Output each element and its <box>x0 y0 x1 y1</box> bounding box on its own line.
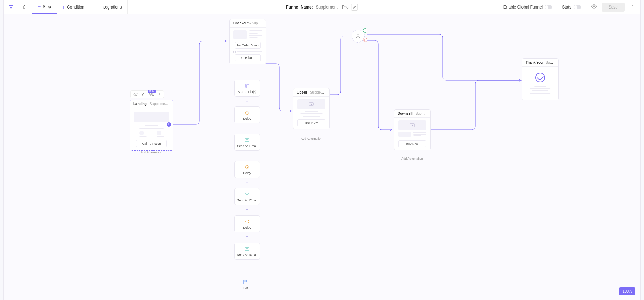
text-placeholder <box>526 86 555 94</box>
app-logo[interactable] <box>4 0 18 14</box>
add-node-button[interactable]: + <box>245 235 249 238</box>
buy-now-button[interactable]: Buy Now <box>297 119 326 126</box>
back-button[interactable] <box>18 0 32 14</box>
svg-point-11 <box>356 37 357 38</box>
card-body: Buy Now <box>394 118 430 150</box>
exit-label: Exit <box>243 286 248 290</box>
send-email-card[interactable]: Send An Email <box>234 134 260 151</box>
add-node-button[interactable]: + <box>245 153 249 157</box>
add-node-button[interactable]: + <box>245 72 249 76</box>
add-automation-link[interactable]: Add Automation <box>136 151 166 154</box>
buy-now-button[interactable]: Buy Now <box>398 140 426 147</box>
thank-you-card[interactable]: Thank You - Supplement T... <box>522 58 559 100</box>
upsell-card[interactable]: Upsell - Supplement U... Buy Now <box>293 88 330 129</box>
svg-rect-3 <box>246 85 249 88</box>
ab-test-button[interactable]: Beta A/B <box>149 93 154 96</box>
card-header: Upsell - Supplement U... <box>293 88 329 97</box>
send-email-card[interactable]: Send An Email <box>234 243 260 260</box>
tab-label: Integrations <box>100 5 122 10</box>
add-node-button[interactable]: + <box>245 262 249 266</box>
card-subtitle: - Supplement T... <box>544 61 558 64</box>
send-email-card[interactable]: Send An Email <box>234 188 260 205</box>
clock-icon <box>245 110 249 115</box>
clock-icon <box>245 165 249 169</box>
add-automation-link[interactable]: Add Automation <box>397 157 427 160</box>
add-to-list-icon <box>245 83 249 88</box>
funnel-name: Funnel Name: Supplement – Pro <box>286 4 358 11</box>
enable-global-toggle[interactable]: Enable Global Funnel <box>503 5 552 10</box>
card-subtitle: - Supplement C... <box>249 21 266 25</box>
divider <box>586 4 586 10</box>
text-placeholder <box>134 125 169 129</box>
more-menu-button[interactable]: ⋮ <box>629 5 636 10</box>
page-thumbnail <box>134 112 169 122</box>
tab-condition[interactable]: + Condition <box>57 0 90 14</box>
downsell-card[interactable]: Downsell - Supplement D... Buy Now <box>394 109 431 150</box>
tab-step[interactable]: + Step <box>32 0 57 14</box>
false-badge: F <box>363 38 367 42</box>
stats-toggle[interactable]: Stats <box>562 5 581 10</box>
add-connection-button[interactable]: + <box>167 122 171 127</box>
delay-card[interactable]: Delay <box>234 106 260 123</box>
plus-icon: + <box>96 4 98 10</box>
svg-point-0 <box>593 6 595 7</box>
add-node-button[interactable]: + <box>245 100 249 103</box>
card-toolbar: Beta A/B ⋮ <box>130 90 164 98</box>
card-label: Delay <box>235 226 260 229</box>
funnel-canvas[interactable]: Beta A/B ⋮ Landing - Supplement La... Ca <box>4 14 640 300</box>
edit-funnel-name-button[interactable] <box>351 4 358 11</box>
card-label: Send An Email <box>235 199 260 202</box>
clock-icon <box>245 219 249 224</box>
view-icon[interactable] <box>133 93 138 97</box>
card-title: Landing <box>133 102 147 106</box>
funnel-name-label: Funnel Name: <box>286 5 313 10</box>
save-button[interactable]: Save <box>602 3 625 12</box>
add-node-button[interactable]: + <box>245 181 249 184</box>
zoom-level-badge[interactable]: 100% <box>619 287 635 295</box>
divider <box>557 4 557 10</box>
svg-point-1 <box>135 94 136 95</box>
card-title: Checkout <box>233 21 249 25</box>
plus-icon: + <box>38 4 41 10</box>
checkout-button[interactable]: Checkout <box>235 54 261 61</box>
toggle-icon[interactable] <box>574 5 581 9</box>
preview-button[interactable] <box>591 4 597 10</box>
card-header: Checkout - Supplement C... <box>230 19 266 28</box>
toggle-label: Enable Global Funnel <box>503 5 543 10</box>
add-under-button[interactable]: + <box>150 146 152 150</box>
more-icon[interactable]: ⋮ <box>158 93 161 96</box>
toggle-icon[interactable] <box>545 5 552 9</box>
card-title: Upsell <box>297 90 307 94</box>
add-to-list-card[interactable]: Add To List(s) <box>234 80 260 97</box>
card-label: Delay <box>235 171 260 175</box>
flag-icon <box>243 279 248 286</box>
add-automation-link[interactable]: Add Automation <box>296 137 326 140</box>
toggle-label: Stats <box>562 5 571 10</box>
edit-icon[interactable] <box>142 92 145 97</box>
card-header: Landing - Supplement La... <box>130 100 173 108</box>
tab-integrations[interactable]: + Integrations <box>90 0 128 14</box>
exit-node[interactable]: Exit <box>243 279 248 290</box>
card-label: Add To List(s) <box>235 90 260 94</box>
checkbox-placeholder <box>233 51 262 53</box>
svg-point-12 <box>359 37 360 38</box>
add-node-button[interactable]: + <box>245 126 249 130</box>
plus-icon: + <box>62 4 65 10</box>
email-icon <box>245 192 249 197</box>
card-label: Delay <box>235 117 260 120</box>
delay-card[interactable]: Delay <box>234 161 260 178</box>
delay-card[interactable]: Delay <box>234 215 260 232</box>
add-node-button[interactable]: + <box>245 208 249 211</box>
checkout-card[interactable]: Checkout - Supplement C... No Order Bump… <box>229 19 266 64</box>
card-title: Thank You <box>526 61 543 64</box>
add-under-button[interactable]: + <box>410 152 413 156</box>
card-body <box>522 67 558 100</box>
right-controls: Enable Global Funnel Stats Save ⋮ <box>503 3 640 12</box>
card-subtitle: - Supplement D... <box>414 112 430 115</box>
connectors <box>4 14 640 300</box>
tab-label: Step <box>43 4 51 9</box>
add-under-button[interactable]: + <box>310 132 312 136</box>
no-bump-button[interactable]: No Order Bump <box>235 42 261 49</box>
true-badge: T <box>363 28 367 33</box>
topbar: + Step + Condition + Integrations Funnel… <box>4 0 640 14</box>
